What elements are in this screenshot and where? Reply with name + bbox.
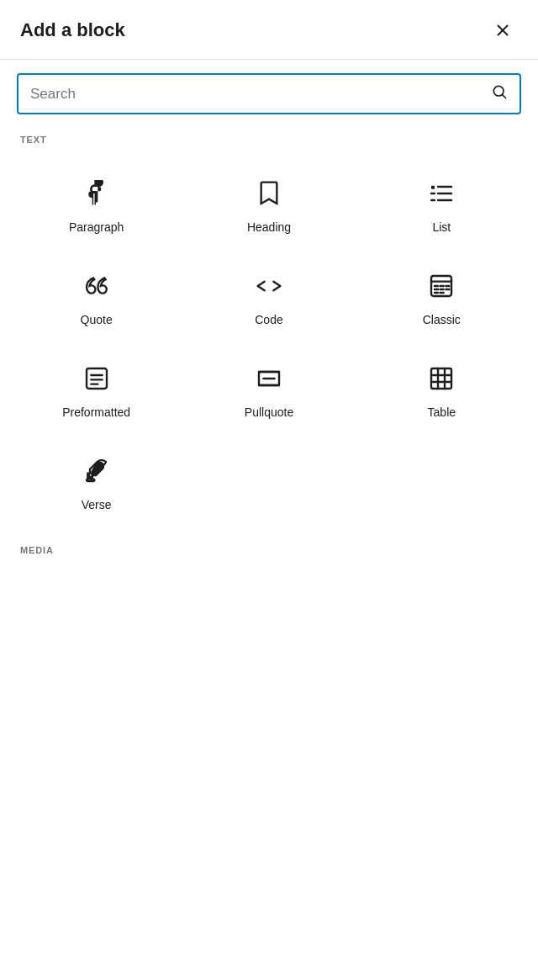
classic-label: Classic xyxy=(423,313,461,326)
block-item-verse[interactable]: Verse xyxy=(10,436,182,528)
close-button[interactable] xyxy=(488,15,518,45)
table-label: Table xyxy=(428,405,456,419)
search-icon xyxy=(491,83,508,104)
table-icon xyxy=(426,363,456,394)
paragraph-label: Paragraph xyxy=(69,220,124,234)
text-blocks-grid: ¶ Paragraph Heading xyxy=(0,148,538,538)
modal-title: Add a block xyxy=(20,19,125,41)
add-block-modal: Add a block TEXT xyxy=(0,0,538,980)
classic-icon xyxy=(426,271,456,301)
svg-line-3 xyxy=(503,95,506,98)
search-input[interactable] xyxy=(30,86,491,103)
quote-icon xyxy=(82,271,112,301)
block-item-table[interactable]: Table xyxy=(356,343,528,436)
section-label-media: MEDIA xyxy=(0,538,538,559)
pullquote-label: Pullquote xyxy=(245,405,293,419)
block-item-heading[interactable]: Heading xyxy=(182,158,355,251)
block-item-code[interactable]: Code xyxy=(182,251,355,343)
code-icon xyxy=(254,271,284,301)
block-item-classic[interactable]: Classic xyxy=(356,251,528,343)
list-label: List xyxy=(432,220,451,234)
verse-label: Verse xyxy=(82,498,112,511)
block-item-quote[interactable]: Quote xyxy=(10,251,182,343)
preformatted-icon xyxy=(82,363,112,394)
svg-rect-29 xyxy=(431,368,451,389)
heading-icon xyxy=(254,178,284,209)
close-icon xyxy=(493,21,512,40)
heading-label: Heading xyxy=(247,220,291,234)
svg-text:¶: ¶ xyxy=(87,187,98,207)
pullquote-icon xyxy=(254,363,284,394)
preformatted-label: Preformatted xyxy=(62,405,130,419)
modal-header: Add a block xyxy=(0,0,538,60)
paragraph-icon: ¶ xyxy=(82,178,112,209)
svg-rect-21 xyxy=(87,368,107,389)
svg-point-2 xyxy=(493,86,504,96)
quote-label: Quote xyxy=(81,313,113,326)
block-item-paragraph[interactable]: ¶ Paragraph xyxy=(10,158,182,251)
search-box xyxy=(17,73,521,114)
block-item-pullquote[interactable]: Pullquote xyxy=(182,343,355,436)
block-item-preformatted[interactable]: Preformatted xyxy=(10,343,182,436)
section-label-text: TEXT xyxy=(0,128,538,148)
block-item-list[interactable]: List xyxy=(356,158,528,251)
svg-rect-8 xyxy=(431,186,435,189)
search-wrapper xyxy=(0,60,538,128)
verse-icon xyxy=(82,456,112,486)
list-icon xyxy=(426,178,456,209)
code-label: Code xyxy=(255,313,282,326)
